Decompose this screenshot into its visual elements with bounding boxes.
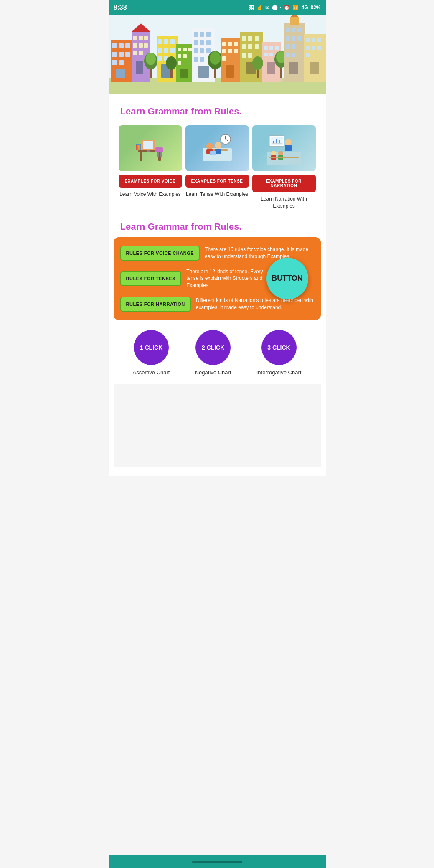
narration-examples-button[interactable]: EXAMPLES FOR NARRATION	[252, 175, 316, 192]
svg-rect-40	[178, 54, 181, 58]
svg-rect-51	[194, 48, 198, 53]
narration-card-label: Learn Narration With Examples	[252, 195, 316, 210]
big-circle-button[interactable]: BUTTON	[266, 258, 308, 299]
svg-rect-101	[290, 17, 299, 25]
click-item-interrogative: 3 CLICK Interrogative Chart	[256, 330, 302, 376]
svg-rect-123	[136, 145, 137, 150]
svg-rect-28	[164, 39, 168, 44]
svg-rect-9	[112, 60, 117, 65]
interrogative-chart-button[interactable]: 3 CLICK	[261, 330, 297, 365]
svg-point-59	[210, 51, 221, 65]
svg-rect-47	[206, 32, 211, 37]
svg-rect-8	[125, 52, 130, 57]
svg-rect-76	[242, 53, 246, 58]
svg-rect-109	[317, 46, 321, 50]
svg-rect-54	[194, 57, 198, 62]
card-tense-image	[185, 125, 249, 171]
rules-narration-button[interactable]: RULES FOR NARRATION	[120, 297, 191, 312]
rules-voice-button[interactable]: RULES FOR VOICE CHANGE	[120, 246, 200, 261]
svg-rect-121	[147, 150, 150, 152]
svg-point-149	[271, 151, 276, 156]
svg-rect-99	[292, 53, 295, 57]
svg-rect-52	[200, 48, 204, 53]
card-voice-image	[119, 125, 182, 171]
signal-icon: 📶	[292, 5, 299, 10]
svg-rect-105	[312, 38, 315, 42]
svg-rect-30	[158, 48, 162, 53]
rules-box: RULES FOR VOICE CHANGE There are 15 rule…	[114, 237, 321, 320]
svg-rect-64	[222, 49, 226, 53]
svg-rect-104	[306, 38, 310, 42]
voice-examples-button[interactable]: EXAMPLES FOR VOICE	[119, 175, 182, 188]
svg-rect-48	[194, 40, 198, 45]
svg-rect-20	[139, 51, 143, 55]
negative-chart-label: Negative Chart	[195, 369, 231, 376]
svg-rect-139	[210, 151, 216, 155]
svg-rect-84	[269, 53, 273, 56]
svg-rect-83	[264, 53, 268, 56]
tense-card-label: Learn Tense With Examples	[186, 191, 248, 198]
svg-rect-32	[170, 48, 175, 53]
svg-rect-92	[297, 28, 301, 32]
tense-examples-button[interactable]: EXAMPLES FOR TENSE	[185, 175, 249, 188]
svg-rect-93	[286, 36, 290, 41]
svg-rect-16	[133, 43, 137, 48]
svg-rect-27	[158, 39, 162, 44]
svg-rect-144	[273, 141, 274, 143]
svg-rect-106	[317, 38, 321, 42]
svg-point-113	[166, 56, 177, 70]
svg-rect-146	[279, 140, 280, 143]
big-button-container: BUTTON	[266, 258, 308, 299]
svg-rect-82	[275, 46, 279, 50]
svg-rect-73	[242, 44, 246, 49]
battery-label: 82%	[310, 5, 320, 10]
svg-rect-37	[178, 48, 181, 51]
svg-rect-31	[164, 48, 168, 53]
svg-rect-110	[306, 53, 310, 57]
svg-rect-96	[286, 44, 290, 49]
svg-rect-10	[119, 60, 124, 65]
svg-rect-95	[297, 36, 301, 41]
rule-row-tense: RULES FOR TENSES There are 12 kinds of t…	[120, 268, 314, 289]
svg-rect-111	[310, 62, 319, 74]
svg-rect-63	[234, 42, 238, 46]
svg-rect-90	[286, 28, 290, 32]
svg-rect-81	[269, 46, 273, 50]
cards-grid: EXAMPLES FOR VOICE Learn Voice With Exam…	[114, 122, 321, 213]
svg-point-115	[252, 56, 263, 70]
svg-rect-126	[155, 147, 163, 152]
voice-card-label: Learn Voice With Examples	[119, 191, 181, 198]
svg-rect-15	[144, 36, 148, 40]
svg-rect-13	[133, 36, 137, 40]
svg-point-151	[278, 151, 283, 156]
card-voice: EXAMPLES FOR VOICE Learn Voice With Exam…	[119, 125, 182, 210]
svg-rect-39	[188, 48, 192, 51]
message-icon: ✉	[265, 5, 269, 10]
svg-rect-43	[180, 69, 188, 78]
network-label: 4G	[301, 5, 308, 10]
rules-tense-button[interactable]: RULES FOR TENSES	[120, 271, 182, 286]
svg-rect-145	[276, 139, 277, 143]
alarm-icon: ⏰	[284, 5, 290, 10]
svg-rect-66	[234, 49, 238, 53]
svg-rect-125	[138, 145, 140, 150]
svg-rect-98	[286, 53, 290, 57]
svg-rect-29	[170, 39, 175, 44]
svg-rect-67	[222, 56, 226, 61]
svg-rect-18	[144, 43, 148, 48]
svg-rect-107	[306, 46, 310, 50]
svg-rect-62	[228, 42, 232, 46]
svg-rect-108	[312, 46, 315, 50]
svg-rect-7	[119, 52, 124, 57]
svg-rect-68	[226, 65, 234, 78]
card-tense: EXAMPLES FOR TENSE Learn Tense With Exam…	[185, 125, 249, 210]
svg-rect-11	[116, 69, 125, 78]
svg-rect-46	[200, 32, 204, 37]
assertive-chart-button[interactable]: 1 CLICK	[134, 330, 169, 365]
negative-chart-button[interactable]: 2 CLICK	[195, 330, 231, 365]
circle-icon: ⬤	[272, 5, 277, 10]
card-narration-image	[252, 125, 316, 171]
card-narration: EXAMPLES FOR NARRATION Learn Narration W…	[252, 125, 316, 210]
svg-rect-61	[222, 42, 226, 46]
svg-rect-80	[264, 46, 268, 50]
